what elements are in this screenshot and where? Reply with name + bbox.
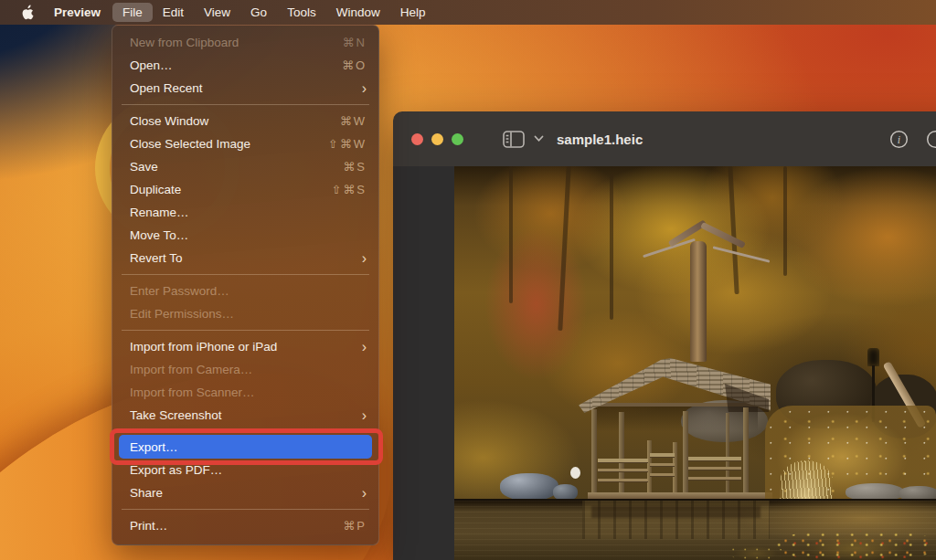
- gazebo-deck: [588, 492, 772, 499]
- menu-item-label: Open…: [130, 58, 173, 72]
- menu-separator: [122, 509, 369, 510]
- menu-item-label: Export…: [130, 440, 178, 454]
- menu-item-enter-password: Enter Password…: [112, 280, 378, 302]
- menu-item-take-screenshot[interactable]: Take Screenshot ›: [112, 404, 378, 427]
- menubar-menu-view[interactable]: View: [194, 3, 240, 22]
- export-row-wrapper: Export…: [112, 435, 378, 459]
- menubar-menu-file[interactable]: File: [112, 3, 153, 22]
- menu-item-rename[interactable]: Rename…: [112, 201, 378, 224]
- gazebo-railing: [598, 459, 648, 463]
- dry-grass: [780, 460, 833, 502]
- window-content: [393, 166, 936, 560]
- sidebar-toggle-icon[interactable]: [503, 131, 525, 148]
- menu-item-label: Move To…: [130, 228, 188, 242]
- menu-item-duplicate[interactable]: Duplicate ⇧⌘S: [112, 178, 378, 201]
- tree-branch: [713, 246, 771, 262]
- menu-separator: [122, 274, 369, 275]
- menu-item-label: Edit Permissions…: [130, 307, 234, 321]
- partial-circle-icon[interactable]: [926, 130, 936, 149]
- svg-text:i: i: [898, 133, 900, 146]
- menubar-menu-tools[interactable]: Tools: [277, 3, 326, 22]
- menubar-menu-go[interactable]: Go: [240, 3, 277, 22]
- background-tree: [509, 166, 513, 303]
- floating-flowers: [729, 545, 783, 560]
- preview-window: sample1.heic i: [393, 111, 936, 560]
- menubar-menu-window[interactable]: Window: [326, 3, 390, 22]
- menu-item-import-from-scanner: Import from Scanner…: [112, 381, 378, 404]
- menu-item-label: Enter Password…: [130, 284, 229, 298]
- tree-branch: [700, 222, 746, 248]
- menu-item-revert-to[interactable]: Revert To ›: [112, 247, 378, 269]
- menu-item-save[interactable]: Save ⌘S: [112, 155, 378, 178]
- apple-menu[interactable]: [15, 5, 42, 21]
- menu-item-open[interactable]: Open… ⌘O: [112, 54, 378, 77]
- menu-separator: [122, 104, 369, 105]
- gazebo-railing: [688, 457, 741, 461]
- menu-item-label: Duplicate: [130, 183, 181, 196]
- menu-item-import-from-iphone-or-ipad[interactable]: Import from iPhone or iPad ›: [112, 335, 378, 358]
- menu-item-shortcut: ⌘O: [342, 58, 367, 72]
- menu-item-shortcut: ⌘W: [340, 114, 367, 128]
- menu-item-print[interactable]: Print… ⌘P: [112, 514, 378, 537]
- gazebo-post: [591, 409, 597, 495]
- close-button[interactable]: [411, 133, 423, 145]
- menu-item-shortcut: ⌘N: [343, 36, 367, 49]
- menu-item-label: Rename…: [130, 206, 189, 219]
- menu-item-label: New from Clipboard: [130, 36, 239, 49]
- menu-item-label: Take Screenshot: [130, 408, 222, 422]
- menu-item-label: Share: [130, 486, 163, 500]
- submenu-chevron-icon: ›: [362, 251, 367, 266]
- menu-item-label: Close Selected Image: [130, 137, 250, 151]
- background-tree: [783, 166, 787, 276]
- menu-item-open-recent[interactable]: Open Recent ›: [112, 77, 378, 100]
- gazebo-post: [726, 413, 729, 493]
- submenu-chevron-icon: ›: [362, 340, 367, 354]
- gazebo-railing: [688, 477, 741, 481]
- menu-item-share[interactable]: Share ›: [112, 481, 378, 504]
- menu-item-new-from-clipboard: New from Clipboard ⌘N: [112, 31, 378, 54]
- menu-item-shortcut: ⌘S: [343, 160, 367, 174]
- window-titlebar: sample1.heic i: [393, 111, 936, 166]
- tree-trunk: [690, 241, 707, 362]
- menu-item-label: Import from Camera…: [130, 363, 252, 376]
- submenu-chevron-icon: ›: [362, 81, 367, 96]
- menu-item-export-as-pdf[interactable]: Export as PDF…: [112, 459, 378, 481]
- menu-item-shortcut: ⇧⌘W: [328, 137, 367, 151]
- gazebo-railing: [598, 479, 648, 482]
- chevron-down-icon[interactable]: [534, 135, 544, 143]
- shore-boulder: [500, 473, 558, 501]
- menu-item-export[interactable]: Export…: [119, 435, 372, 459]
- gazebo-railing: [688, 467, 741, 470]
- lamp-post: [867, 348, 879, 366]
- window-title: sample1.heic: [557, 132, 643, 147]
- photo-canvas: [454, 166, 936, 560]
- background-tree: [610, 174, 613, 320]
- info-icon[interactable]: i: [889, 130, 909, 149]
- menu-bar: Preview File Edit View Go Tools Window H…: [0, 0, 936, 25]
- gazebo-post: [743, 407, 749, 495]
- menu-item-import-from-camera: Import from Camera…: [112, 358, 378, 381]
- menubar-menu-edit[interactable]: Edit: [153, 3, 194, 22]
- menu-item-shortcut: ⌘P: [343, 519, 367, 533]
- menubar-app-name[interactable]: Preview: [42, 3, 112, 22]
- submenu-chevron-icon: ›: [362, 408, 367, 423]
- gazebo-gate: [650, 473, 675, 477]
- menu-item-edit-permissions: Edit Permissions…: [112, 302, 378, 325]
- menu-item-label: Close Window: [130, 114, 208, 128]
- gazebo-gate: [650, 453, 675, 458]
- minimize-button[interactable]: [431, 133, 443, 145]
- gazebo-gate: [650, 463, 675, 467]
- submenu-chevron-icon: ›: [362, 486, 367, 501]
- menu-item-shortcut: ⇧⌘S: [331, 183, 367, 196]
- menu-item-close-selected-image[interactable]: Close Selected Image ⇧⌘W: [112, 132, 378, 155]
- menu-item-move-to[interactable]: Move To…: [112, 224, 378, 247]
- menubar-menu-help[interactable]: Help: [390, 3, 436, 22]
- zoom-button[interactable]: [452, 133, 463, 145]
- menu-item-close-window[interactable]: Close Window ⌘W: [112, 110, 378, 132]
- gazebo-gate-post: [647, 440, 652, 493]
- file-menu-panel: New from Clipboard ⌘N Open… ⌘O Open Rece…: [112, 25, 379, 545]
- menu-item-label: Open Recent: [130, 81, 203, 95]
- floating-flowers: [776, 531, 936, 560]
- menu-separator: [122, 330, 369, 331]
- menu-item-label: Import from iPhone or iPad: [130, 340, 277, 354]
